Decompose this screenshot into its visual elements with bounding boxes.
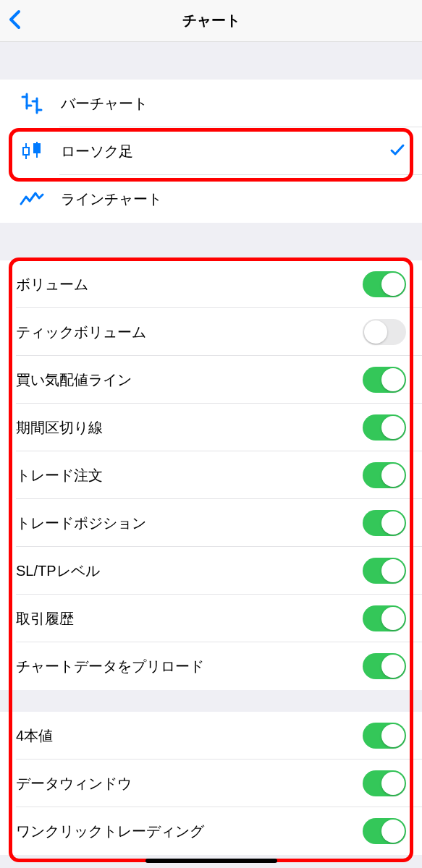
toggle-row: チャートデータをプリロード <box>0 642 422 690</box>
candlestick-icon <box>16 140 48 162</box>
chart-type-line[interactable]: ラインチャート <box>0 175 422 223</box>
chart-type-label: ラインチャート <box>61 190 162 209</box>
toggle-label: トレード注文 <box>16 466 103 485</box>
line-chart-icon <box>16 190 48 208</box>
chart-type-bar[interactable]: バーチャート <box>0 80 422 127</box>
toggle-switch[interactable] <box>363 723 406 749</box>
toggle-row: 期間区切り線 <box>0 404 422 451</box>
toggle-row: ボリューム <box>0 260 422 308</box>
toggle-switch[interactable] <box>363 462 406 488</box>
chart-type-label: バーチャート <box>61 94 148 114</box>
toggle-label: 期間区切り線 <box>16 418 103 438</box>
toggle-row: データウィンドウ <box>0 760 422 807</box>
toggle-row: 4本値 <box>0 712 422 760</box>
toggle-switch[interactable] <box>363 770 406 796</box>
toggle-switch[interactable] <box>363 367 406 393</box>
toggle-switch[interactable] <box>363 558 406 584</box>
section-separator <box>0 223 422 260</box>
chart-type-candlestick[interactable]: ローソク足 <box>0 127 422 175</box>
toggle-switch[interactable] <box>363 653 406 679</box>
toggle-label: ティックボリューム <box>16 323 146 342</box>
toggle-label: データウィンドウ <box>16 774 132 793</box>
toggle-row: トレード注文 <box>0 451 422 499</box>
toggles-section-b: 4本値データウィンドウワンクリックトレーディング <box>0 712 422 855</box>
svg-rect-7 <box>23 148 29 155</box>
toggle-switch[interactable] <box>363 414 406 441</box>
toggle-row: 取引履歴 <box>0 595 422 642</box>
chart-type-section: バーチャート ローソク足 ライン <box>0 80 422 223</box>
navbar: チャート <box>0 0 422 42</box>
bar-chart-icon <box>16 93 48 114</box>
toggle-row: SL/TPレベル <box>0 547 422 595</box>
toggle-label: チャートデータをプリロード <box>16 657 204 676</box>
home-indicator <box>145 859 277 863</box>
toggle-row: ティックボリューム <box>0 308 422 356</box>
chevron-left-icon <box>7 9 23 30</box>
toggle-switch[interactable] <box>363 319 406 345</box>
toggle-switch[interactable] <box>363 271 406 297</box>
toggle-label: トレードポジション <box>16 514 146 533</box>
checkmark-icon <box>389 141 406 162</box>
toggle-row: 買い気配値ライン <box>0 356 422 404</box>
svg-rect-9 <box>34 144 40 153</box>
toggle-label: 買い気配値ライン <box>16 370 132 390</box>
toggle-row: トレードポジション <box>0 499 422 547</box>
chart-type-label: ローソク足 <box>61 142 133 161</box>
toggle-label: 4本値 <box>16 726 53 746</box>
toggle-label: ボリューム <box>16 275 88 294</box>
section-separator <box>0 42 422 80</box>
back-button[interactable] <box>7 9 23 33</box>
toggle-label: 取引履歴 <box>16 609 74 629</box>
toggle-label: ワンクリックトレーディング <box>16 822 204 841</box>
toggle-switch[interactable] <box>363 605 406 631</box>
toggle-switch[interactable] <box>363 818 406 844</box>
section-separator <box>0 690 422 712</box>
toggle-label: SL/TPレベル <box>16 561 100 581</box>
page-title: チャート <box>182 11 240 30</box>
toggle-switch[interactable] <box>363 510 406 536</box>
toggles-section-a: ボリュームティックボリューム買い気配値ライン期間区切り線トレード注文トレードポジ… <box>0 260 422 690</box>
toggle-row: ワンクリックトレーディング <box>0 807 422 855</box>
